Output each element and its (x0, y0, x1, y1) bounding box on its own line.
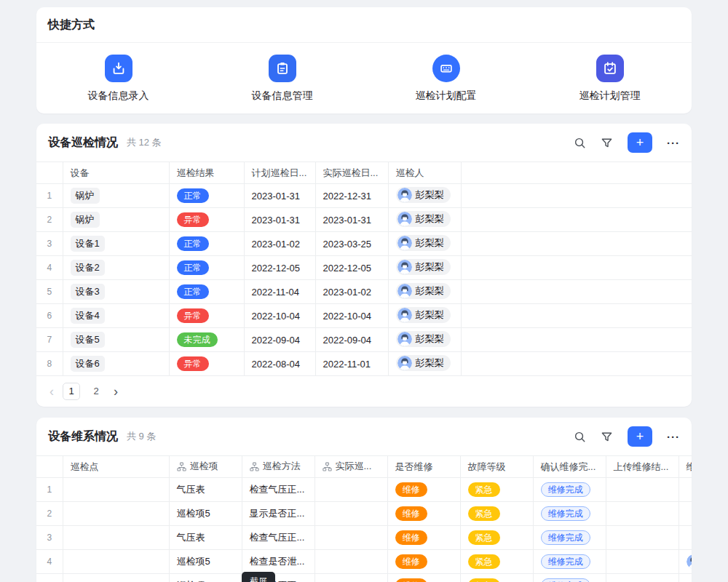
cell-planned-date[interactable]: 2022-08-04 (244, 352, 315, 376)
cell-repairer[interactable] (678, 526, 692, 550)
cell-actual-date[interactable]: 2022-10-04 (315, 304, 388, 328)
shortcut-plan-manage[interactable]: 巡检计划管理 (528, 55, 692, 103)
page-1-button[interactable]: 1 (63, 383, 80, 400)
cell-item[interactable]: 巡检项5 (169, 550, 242, 574)
cell-repairer[interactable] (678, 502, 692, 526)
cell-upload[interactable] (606, 478, 678, 502)
prev-page-button[interactable]: ‹ (48, 383, 55, 399)
cell-repair[interactable]: 维修 (387, 502, 460, 526)
cell-upload[interactable] (606, 526, 678, 550)
cell-device[interactable]: 锅炉 (63, 184, 169, 208)
cell-planned-date[interactable]: 2022-11-04 (244, 280, 315, 304)
cell-planned-date[interactable]: 2022-12-05 (244, 256, 315, 280)
cell-item[interactable]: 气压表 (169, 478, 242, 502)
cell-actual-date[interactable]: 2023-01-02 (315, 280, 388, 304)
cell-actual-date[interactable]: 2022-11-01 (315, 352, 388, 376)
cell-point[interactable] (63, 550, 169, 574)
cell-result[interactable]: 正常 (169, 256, 244, 280)
cell-repair[interactable]: 维修 (387, 478, 460, 502)
cell-result[interactable]: 未完成 (169, 328, 244, 352)
cell-point[interactable] (63, 502, 169, 526)
cell-repairer[interactable] (678, 478, 692, 502)
cell-actual[interactable] (314, 574, 387, 582)
cell-actual-date[interactable]: 2022-12-05 (315, 256, 388, 280)
cell-confirm[interactable]: 维修完成 (533, 478, 606, 502)
cell-repair[interactable]: 维修 (387, 550, 460, 574)
cell-level[interactable]: 紧急 (460, 478, 533, 502)
cell-repairer[interactable] (678, 574, 692, 582)
cell-repair[interactable]: 维修 (387, 574, 460, 582)
filter-icon[interactable] (601, 137, 613, 149)
page-2-button[interactable]: 2 (87, 383, 105, 400)
cell-level[interactable]: 紧急 (460, 502, 533, 526)
shortcut-plan-config[interactable]: 巡检计划配置 (364, 55, 528, 103)
cell-inspector[interactable]: 彭梨梨 (388, 328, 461, 352)
cell-actual-date[interactable]: 2022-12-31 (315, 184, 388, 208)
next-page-button[interactable]: › (112, 383, 119, 399)
cell-actual-date[interactable]: 2022-09-04 (315, 328, 388, 352)
cell-device[interactable]: 设备1 (63, 232, 169, 256)
more-menu-icon[interactable]: ··· (667, 431, 680, 443)
cell-repairer[interactable] (678, 550, 692, 574)
cell-inspector[interactable]: 彭梨梨 (388, 304, 461, 328)
cell-level[interactable]: 紧急 (460, 526, 533, 550)
cell-result[interactable]: 异常 (169, 352, 244, 376)
cell-upload[interactable] (606, 550, 678, 574)
cell-method[interactable]: 检查气压正... (242, 478, 314, 502)
cell-item[interactable]: 气压表 (169, 526, 242, 550)
search-icon[interactable] (574, 431, 586, 443)
cell-planned-date[interactable]: 2023-01-31 (244, 208, 315, 232)
cell-result[interactable]: 异常 (169, 304, 244, 328)
cell-upload[interactable] (606, 574, 678, 582)
search-icon[interactable] (574, 137, 586, 149)
cell-planned-date[interactable]: 2023-01-31 (244, 184, 315, 208)
cell-device[interactable]: 锅炉 (63, 208, 169, 232)
cell-result[interactable]: 正常 (169, 232, 244, 256)
add-record-button[interactable]: + (628, 132, 652, 153)
cell-method[interactable]: 检查是否泄... (242, 550, 314, 574)
cell-inspector[interactable]: 彭梨梨 (388, 352, 461, 376)
cell-method[interactable]: 检查气压正... (242, 526, 314, 550)
cell-actual[interactable] (314, 478, 387, 502)
cell-point[interactable] (63, 526, 169, 550)
cell-result[interactable]: 正常 (169, 280, 244, 304)
cell-device[interactable]: 设备4 (63, 304, 169, 328)
cell-point[interactable] (63, 574, 169, 582)
add-record-button[interactable]: + (628, 426, 652, 447)
cell-item[interactable]: 巡检项5 (169, 502, 242, 526)
cell-result[interactable]: 正常 (169, 184, 244, 208)
cell-inspector[interactable]: 彭梨梨 (388, 256, 461, 280)
cell-device[interactable]: 设备2 (63, 256, 169, 280)
cell-inspector[interactable]: 彭梨梨 (388, 232, 461, 256)
filter-icon[interactable] (601, 431, 613, 443)
cell-result[interactable]: 异常 (169, 208, 244, 232)
cell-actual[interactable] (314, 502, 387, 526)
shortcut-device-entry[interactable]: 设备信息录入 (36, 55, 200, 103)
cell-actual-date[interactable]: 2023-03-25 (315, 232, 388, 256)
cell-confirm[interactable]: 维修完成 (533, 550, 606, 574)
cell-level[interactable]: 紧急 (460, 550, 533, 574)
cell-device[interactable]: 设备3 (63, 280, 169, 304)
cell-inspector[interactable]: 彭梨梨 (388, 184, 461, 208)
cell-device[interactable]: 设备6 (63, 352, 169, 376)
cell-confirm[interactable]: 维修完成 (533, 526, 606, 550)
cell-confirm[interactable]: 维修完成 (533, 502, 606, 526)
cell-actual-date[interactable]: 2023-01-31 (315, 208, 388, 232)
cell-upload[interactable] (606, 502, 678, 526)
cell-planned-date[interactable]: 2022-10-04 (244, 304, 315, 328)
cell-planned-date[interactable]: 2023-01-02 (244, 232, 315, 256)
shortcut-device-manage[interactable]: 设备信息管理 (200, 55, 364, 103)
cell-planned-date[interactable]: 2022-09-04 (244, 328, 315, 352)
cell-inspector[interactable]: 彭梨梨 (388, 208, 461, 232)
cell-method[interactable]: 显示是否正... (242, 502, 314, 526)
cell-repair[interactable]: 维修 (387, 526, 460, 550)
more-menu-icon[interactable]: ··· (667, 137, 680, 149)
cell-level[interactable]: 紧急 (460, 574, 533, 582)
cell-actual[interactable] (314, 526, 387, 550)
cell-point[interactable] (63, 478, 169, 502)
cell-inspector[interactable]: 彭梨梨 (388, 280, 461, 304)
cell-actual[interactable] (314, 550, 387, 574)
cell-item[interactable]: 巡检项5 (169, 574, 242, 582)
cell-device[interactable]: 设备5 (63, 328, 169, 352)
cell-confirm[interactable]: 维修完成 (533, 574, 606, 582)
